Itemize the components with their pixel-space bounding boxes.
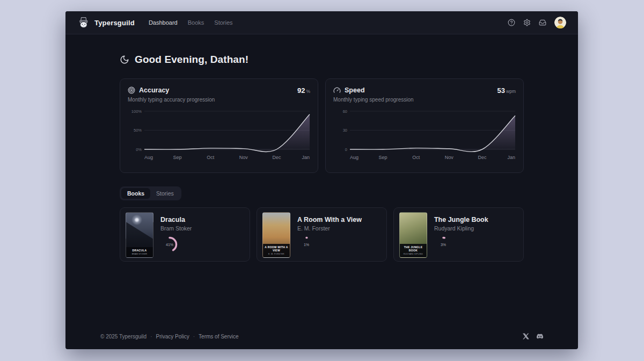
terms-of-service-link[interactable]: Terms of Service <box>199 334 238 340</box>
svg-text:Oct: Oct <box>207 155 215 160</box>
book-cover-dracula: DRACULA BRAM STOKER <box>126 212 153 258</box>
svg-text:Aug: Aug <box>350 155 358 160</box>
app-footer: © 2025 Typersguild · Privacy Policy · Te… <box>100 333 543 340</box>
desktop-background: Typersguild Dashboard Books Stories <box>0 0 644 361</box>
brand[interactable]: Typersguild <box>77 16 135 29</box>
cover-author: BRAM STOKER <box>127 253 152 255</box>
accuracy-headline-value: 92 % <box>297 86 310 95</box>
greeting: Good Evening, Dathan! <box>120 54 524 66</box>
stats-row: Accuracy 92 % Monthly typing accuracy pr… <box>120 78 524 173</box>
svg-text:0: 0 <box>345 147 347 152</box>
brand-name: Typersguild <box>94 19 135 27</box>
svg-text:Jan: Jan <box>302 155 310 160</box>
svg-text:Sep: Sep <box>173 155 182 160</box>
nav-link-stories[interactable]: Stories <box>214 19 232 26</box>
svg-text:30: 30 <box>343 128 347 133</box>
accuracy-subtitle: Monthly typing accuracy progression <box>128 97 310 103</box>
speed-headline-value: 53 wpm <box>497 86 516 95</box>
nav-actions <box>508 17 566 28</box>
svg-text:Sep: Sep <box>379 155 387 160</box>
svg-text:Nov: Nov <box>239 155 248 160</box>
gauge-icon <box>333 86 341 94</box>
cover-title: DRACULA <box>127 249 152 252</box>
cover-title: A ROOM WITH A VIEW <box>264 246 289 253</box>
discord-icon[interactable] <box>537 333 543 340</box>
nav-links: Dashboard Books Stories <box>149 19 233 26</box>
accuracy-chart: 0%50%100%AugSepOctNovDecJan <box>128 106 310 163</box>
moon-icon <box>120 55 129 64</box>
tab-books[interactable]: Books <box>121 188 150 199</box>
progress-ring: 1% <box>297 235 316 254</box>
progress-ring: 3% <box>434 235 452 254</box>
speed-subtitle: Monthly typing speed progression <box>333 97 516 103</box>
svg-text:Nov: Nov <box>445 155 454 160</box>
book-cover-the-jungle-book: THE JUNGLE BOOK RUDYARD KIPLING <box>399 212 427 258</box>
footer-separator: · <box>193 334 195 340</box>
book-card-a-room-with-a-view[interactable]: A ROOM WITH A VIEW E. M. FORSTER A Room … <box>257 207 387 262</box>
library-tabs: Books Stories <box>120 186 181 200</box>
accuracy-card: Accuracy 92 % Monthly typing accuracy pr… <box>120 78 318 173</box>
nav-link-books[interactable]: Books <box>188 19 204 26</box>
cover-author: RUDYARD KIPLING <box>401 253 426 255</box>
tab-stories[interactable]: Stories <box>150 188 180 199</box>
main-content: Good Evening, Dathan! Accuracy 92 <box>120 34 524 262</box>
svg-text:Dec: Dec <box>478 155 487 160</box>
book-title: Dracula <box>160 216 192 223</box>
books-row: DRACULA BRAM STOKER Dracula Bram Stoker … <box>120 207 524 262</box>
speed-chart: 03060AugSepOctNovDecJan <box>333 106 516 163</box>
book-cover-a-room-with-a-view: A ROOM WITH A VIEW E. M. FORSTER <box>262 212 290 258</box>
speed-title: Speed <box>345 86 365 94</box>
svg-text:50%: 50% <box>134 128 142 133</box>
settings-gear-icon[interactable] <box>523 19 531 26</box>
x-twitter-icon[interactable] <box>523 333 529 340</box>
inbox-icon[interactable] <box>539 19 546 26</box>
nav-link-dashboard[interactable]: Dashboard <box>149 19 178 26</box>
svg-text:Aug: Aug <box>144 155 153 160</box>
svg-text:0%: 0% <box>136 147 142 152</box>
book-title: A Room With a View <box>297 216 362 223</box>
greeting-text: Good Evening, Dathan! <box>135 54 248 66</box>
target-icon <box>128 86 135 94</box>
book-card-dracula[interactable]: DRACULA BRAM STOKER Dracula Bram Stoker … <box>120 207 250 262</box>
cover-author: E. M. FORSTER <box>264 253 289 255</box>
svg-text:Oct: Oct <box>412 155 420 160</box>
progress-ring: 41% <box>160 235 179 254</box>
help-icon[interactable] <box>508 19 515 26</box>
svg-text:100%: 100% <box>131 109 142 114</box>
svg-text:3%: 3% <box>441 243 446 247</box>
copyright-text: © 2025 Typersguild <box>100 334 147 340</box>
book-title: The Jungle Book <box>434 216 488 223</box>
navbar: Typersguild Dashboard Books Stories <box>65 11 578 34</box>
speed-card: Speed 53 wpm Monthly typing speed progre… <box>325 78 524 173</box>
svg-text:1%: 1% <box>304 243 309 247</box>
accuracy-card-header: Accuracy 92 % <box>128 86 310 95</box>
svg-text:41%: 41% <box>166 243 173 247</box>
book-author: Rudyard Kipling <box>434 225 488 232</box>
cover-title: THE JUNGLE BOOK <box>401 246 426 253</box>
book-author: Bram Stoker <box>160 225 192 232</box>
svg-text:Dec: Dec <box>272 155 281 160</box>
svg-text:60: 60 <box>343 109 347 114</box>
user-avatar[interactable] <box>554 17 566 28</box>
speed-card-header: Speed 53 wpm <box>333 86 516 95</box>
footer-separator: · <box>150 334 152 340</box>
svg-text:Jan: Jan <box>507 155 515 160</box>
book-author: E. M. Forster <box>297 225 362 232</box>
accuracy-title: Accuracy <box>139 86 169 94</box>
typersguild-logo-icon <box>77 16 90 29</box>
privacy-policy-link[interactable]: Privacy Policy <box>156 334 189 340</box>
book-card-the-jungle-book[interactable]: THE JUNGLE BOOK RUDYARD KIPLING The Jung… <box>393 207 524 262</box>
app-window: Typersguild Dashboard Books Stories <box>65 11 578 349</box>
